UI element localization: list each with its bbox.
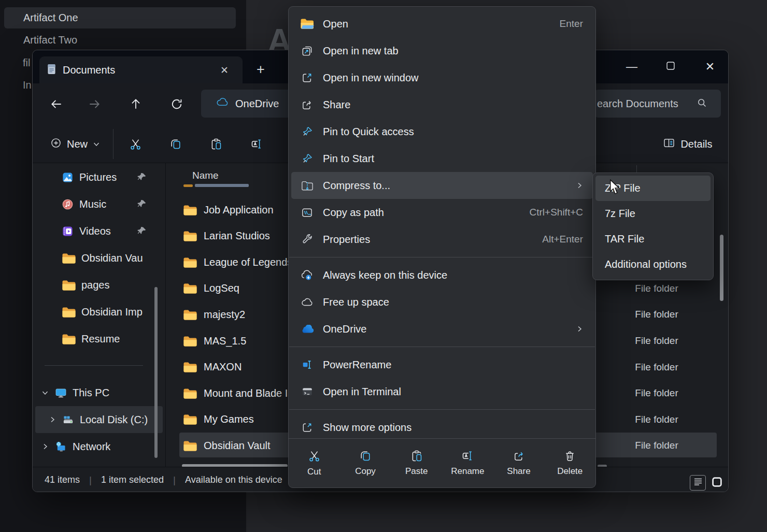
new-button[interactable]: New [43,133,107,155]
sidebar-item-label: Obsidian Import [81,306,143,318]
column-header-name[interactable]: Name [192,170,219,181]
menu-item-open-in-terminal[interactable]: Open in Terminal [289,378,595,405]
document-icon [47,64,56,77]
onedrive-cloud-icon [216,97,229,110]
icons-view-icon [712,477,722,490]
menu-item-onedrive[interactable]: OneDrive [289,315,595,342]
new-button-label: New [67,138,88,150]
maximize-button[interactable] [659,50,682,83]
menu-item-open-in-new-window[interactable]: Open in new window [289,64,595,91]
folder-icon [62,307,76,318]
cut-button[interactable] [125,134,146,154]
menu-item-pin-to-start[interactable]: Pin to Start [289,145,595,172]
screen: Artifact One Artifact Two fil In A Docum… [0,0,767,532]
menu-item-label: Open in Terminal [323,386,583,398]
menu-item-label: Pin to Quick access [323,126,583,138]
icons-view-toggle[interactable] [709,475,725,491]
menu-item-pin-to-quick-access[interactable]: Pin to Quick access [289,118,595,145]
menu-item-copy-as-path[interactable]: Copy as pathCtrl+Shift+C [289,199,595,226]
selection-count: 1 item selected [101,475,164,485]
rename-button[interactable] [246,134,267,154]
quick-action-label: Rename [451,466,484,477]
background-clipped-text: In [23,79,32,91]
details-pane-icon [663,137,675,152]
chevron-right-icon[interactable] [48,415,56,424]
sidebar-item-pages[interactable]: pages [35,271,163,298]
quick-action-paste[interactable]: Paste [391,439,442,487]
file-name: My Games [204,413,254,425]
chevron-down-icon[interactable] [41,389,49,397]
file-type-cell: File folder [596,433,717,458]
sidebar-item-obsidian-import[interactable]: Obsidian Import [35,298,163,325]
close-button[interactable]: ✕ [699,50,721,83]
menu-item-open[interactable]: OpenEnter [289,10,595,37]
chevron-right-icon [576,325,583,333]
menu-item-powerrename[interactable]: PowerRename [289,351,595,378]
quick-action-label: Cut [307,467,321,477]
tree-item-local-disk-c-[interactable]: Local Disk (C:) [35,406,163,433]
folder-icon [62,334,76,344]
refresh-button[interactable] [170,97,183,111]
submenu-item-tar-file[interactable]: TAR File [593,226,713,252]
details-view-button[interactable]: Details [654,133,722,155]
file-name: LogSeq [204,282,239,294]
search-input[interactable]: earch Documents [594,90,721,118]
background-list-item[interactable]: Artifact Two [4,30,236,51]
copy-button[interactable] [165,134,186,154]
breadcrumb[interactable]: OneDrive [235,98,279,110]
menu-item-label: Compress to... [323,180,576,192]
chevron-down-icon [93,138,100,150]
sidebar-tree: This PCLocal Disk (C:)Network [33,379,165,460]
sidebar-item-obsidian-vault[interactable]: Obsidian Vault [35,245,163,271]
menu-item-label: Open [323,18,560,30]
menu-item-label: Free up space [323,296,583,308]
menu-item-free-up-space[interactable]: Free up space [289,289,595,315]
menu-item-show-more-options[interactable]: Show more options [289,414,595,441]
sidebar-item-pictures[interactable]: Pictures [35,164,163,191]
sidebar-item-videos[interactable]: Videos [35,218,163,245]
menu-item-always-keep-on-this-device[interactable]: Always keep on this device [289,262,595,289]
search-placeholder-text: earch Documents [594,98,697,110]
sidebar-item-label: Videos [79,225,111,237]
sidebar-item-music[interactable]: Music [35,191,163,218]
folder-icon [183,283,197,294]
quick-action-label: Share [507,466,530,477]
menu-item-share[interactable]: Share [289,91,595,118]
paste-icon [410,450,423,462]
menu-item-compress-to-[interactable]: Compress to... [291,172,593,199]
menu-item-open-in-new-tab[interactable]: Open in new tab [289,37,595,64]
paste-button[interactable] [206,134,226,154]
up-button[interactable] [129,97,143,111]
new-tab-button[interactable]: + [250,59,271,80]
quick-action-rename[interactable]: Rename [442,439,493,487]
vertical-scrollbar[interactable] [720,235,723,301]
menu-separator [289,257,595,257]
chevron-right-icon[interactable] [41,442,49,451]
item-count: 41 items [45,475,80,485]
quick-action-copy[interactable]: Copy [340,439,391,487]
quick-action-cut[interactable]: Cut [289,439,340,487]
menu-shortcut: Ctrl+Shift+C [530,207,583,218]
pin-icon [137,199,147,209]
sidebar-scrollbar[interactable] [154,287,158,458]
quick-action-share[interactable]: Share [493,439,545,487]
tab-close-icon[interactable]: ✕ [220,64,229,76]
sidebar-item-resume[interactable]: Resume [35,325,163,352]
forward-button[interactable] [88,97,101,111]
chevron-right-icon [576,182,583,189]
menu-shortcut: Alt+Enter [542,234,583,245]
submenu-item-7z-file[interactable]: 7z File [593,201,713,226]
minimize-button[interactable]: — [620,50,643,83]
terminal-icon [300,385,314,398]
submenu-item-additional-options[interactable]: Additional options [593,252,713,277]
quick-action-delete[interactable]: Delete [544,439,595,487]
list-view-toggle[interactable] [690,475,706,491]
back-button[interactable] [50,97,63,111]
tab-documents[interactable]: Documents ✕ [39,56,243,83]
delete-icon [564,450,576,462]
tree-item-this-pc[interactable]: This PC [35,379,163,406]
search-icon[interactable] [697,98,707,110]
background-list-item[interactable]: Artifact One [4,7,236,28]
tree-item-network[interactable]: Network [35,433,163,460]
menu-item-properties[interactable]: PropertiesAlt+Enter [289,226,595,253]
